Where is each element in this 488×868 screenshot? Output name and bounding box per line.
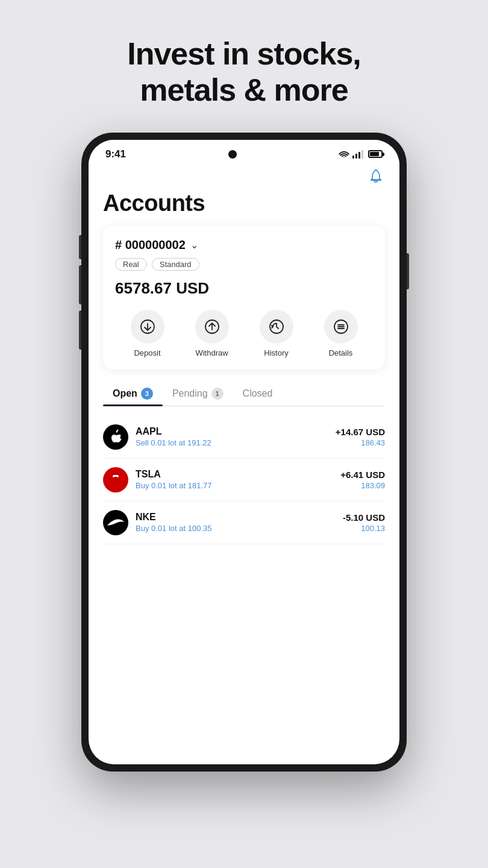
tsla-price: 183.09 <box>340 481 385 490</box>
nke-logo <box>103 510 128 535</box>
camera-dot <box>228 150 237 159</box>
history-icon-circle <box>260 310 293 344</box>
history-label: History <box>264 348 288 357</box>
bell-icon[interactable] <box>367 168 385 186</box>
power-button <box>407 253 409 289</box>
deposit-label: Deposit <box>134 348 160 357</box>
tag-real: Real <box>115 258 147 271</box>
hero-title: Invest in stocks, metals & more <box>127 36 361 108</box>
aapl-logo <box>103 424 128 450</box>
account-balance: 6578.67 USD <box>115 279 373 298</box>
aapl-symbol: AAPL <box>136 426 336 437</box>
withdraw-button[interactable]: Withdraw <box>195 310 229 357</box>
page-title: Accounts <box>103 190 385 216</box>
action-buttons: Deposit Withdraw <box>115 310 373 357</box>
tab-open[interactable]: Open 3 <box>103 382 163 406</box>
account-number-row: # 000000002 ⌄ <box>115 238 373 252</box>
tsla-values: +6.41 USD 183.09 <box>340 470 385 490</box>
aapl-values: +14.67 USD 186.43 <box>336 427 385 447</box>
trade-item-aapl[interactable]: AAPL Sell 0.01 lot at 191.22 +14.67 USD … <box>103 416 385 459</box>
nke-price: 100.13 <box>343 524 385 533</box>
signal-icon <box>352 150 363 159</box>
chevron-down-icon[interactable]: ⌄ <box>190 239 198 251</box>
status-icons <box>339 150 383 159</box>
details-icon-circle <box>324 310 358 344</box>
details-button[interactable]: Details <box>324 310 358 357</box>
deposit-button[interactable]: Deposit <box>131 310 164 357</box>
screen-content: Accounts # 000000002 ⌄ Real Standard 657… <box>89 165 399 764</box>
nke-values: -5.10 USD 100.13 <box>343 512 385 533</box>
tsla-detail: Buy 0.01 lot at 181.77 <box>136 481 340 490</box>
notification-row <box>103 165 385 190</box>
trade-item-nke[interactable]: NKE Buy 0.01 lot at 100.35 -5.10 USD 100… <box>103 502 385 544</box>
account-tags: Real Standard <box>115 258 373 271</box>
tab-closed[interactable]: Closed <box>233 382 283 406</box>
tsla-pnl: +6.41 USD <box>340 470 385 480</box>
tab-open-badge: 3 <box>141 388 153 400</box>
tab-pending-label: Pending <box>172 388 208 399</box>
tab-closed-label: Closed <box>243 388 273 399</box>
battery-icon <box>368 150 383 158</box>
trade-item-tsla[interactable]: TSLA Buy 0.01 lot at 181.77 +6.41 USD 18… <box>103 459 385 502</box>
hero-section: Invest in stocks, metals & more <box>127 36 361 108</box>
tabs-row: Open 3 Pending 1 Closed <box>103 382 385 406</box>
volume-up-button <box>79 265 81 304</box>
tab-open-label: Open <box>113 388 137 399</box>
status-time: 9:41 <box>105 148 126 160</box>
account-card: # 000000002 ⌄ Real Standard 6578.67 USD <box>103 226 385 370</box>
nke-info: NKE Buy 0.01 lot at 100.35 <box>136 512 343 533</box>
nke-symbol: NKE <box>136 512 343 523</box>
withdraw-icon-circle <box>195 310 229 344</box>
tab-pending[interactable]: Pending 1 <box>163 382 233 406</box>
nke-detail: Buy 0.01 lot at 100.35 <box>136 524 343 533</box>
deposit-icon-circle <box>131 310 164 344</box>
phone-screen: 9:41 <box>89 140 399 764</box>
aapl-detail: Sell 0.01 lot at 191.22 <box>136 438 336 447</box>
details-label: Details <box>329 348 353 357</box>
volume-down-button <box>79 310 81 350</box>
tsla-symbol: TSLA <box>136 469 340 480</box>
aapl-price: 186.43 <box>336 438 385 447</box>
tsla-logo <box>103 467 128 492</box>
nke-pnl: -5.10 USD <box>343 512 385 523</box>
aapl-info: AAPL Sell 0.01 lot at 191.22 <box>136 426 336 447</box>
account-number: # 000000002 <box>115 238 186 252</box>
trade-list: AAPL Sell 0.01 lot at 191.22 +14.67 USD … <box>103 416 385 544</box>
tag-standard: Standard <box>152 258 199 271</box>
history-button[interactable]: History <box>260 310 293 357</box>
tab-pending-badge: 1 <box>211 388 224 400</box>
withdraw-label: Withdraw <box>195 348 228 357</box>
phone-mockup: 9:41 <box>81 133 407 772</box>
wifi-icon <box>339 150 349 159</box>
aapl-pnl: +14.67 USD <box>336 427 385 437</box>
silent-button <box>79 235 81 259</box>
status-bar: 9:41 <box>89 140 399 165</box>
tsla-info: TSLA Buy 0.01 lot at 181.77 <box>136 469 340 490</box>
